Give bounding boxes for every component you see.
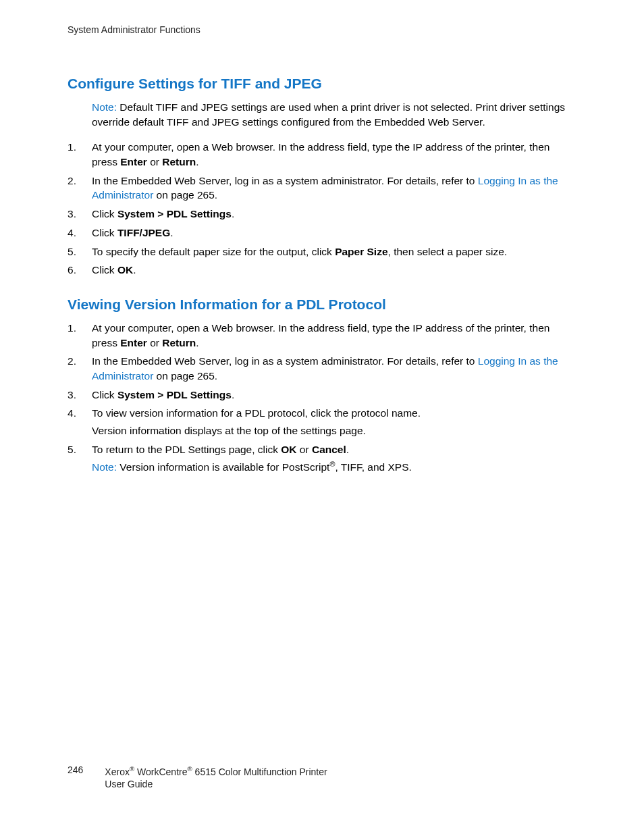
- step-text: .: [196, 156, 198, 167]
- note-text: Default TIFF and JPEG settings are used …: [92, 101, 565, 128]
- steps-list-b: At your computer, open a Web browser. In…: [68, 321, 576, 475]
- step-text: .: [170, 227, 173, 238]
- footer-text: User Guide: [105, 778, 327, 791]
- bold-term: System > PDL Settings: [117, 208, 232, 219]
- step-text: Click: [92, 389, 117, 400]
- bold-term: OK: [281, 444, 296, 455]
- bold-term: System > PDL Settings: [117, 389, 232, 400]
- step-text: .: [196, 337, 198, 348]
- note-block: Note: Version information is available f…: [92, 459, 576, 475]
- section-heading-configure-tiff-jpeg: Configure Settings for TIFF and JPEG: [68, 76, 576, 92]
- step-text: Click: [92, 264, 117, 276]
- step-item: To return to the PDL Settings page, clic…: [68, 442, 576, 475]
- step-text: To return to the PDL Settings page, clic…: [92, 444, 281, 455]
- step-text: To view version information for a PDL pr…: [92, 407, 421, 419]
- note-label: Note:: [92, 101, 117, 113]
- page-number: 246: [68, 764, 83, 775]
- step-text: or: [147, 156, 162, 167]
- step-text: .: [346, 444, 349, 455]
- note-label: Note:: [92, 462, 117, 473]
- step-text: Click: [92, 227, 117, 238]
- step-text: In the Embedded Web Server, log in as a …: [92, 355, 478, 367]
- step-item: To view version information for a PDL pr…: [68, 406, 576, 438]
- page-footer: 246 Xerox® WorkCentre® 6515 Color Multif…: [68, 764, 327, 791]
- steps-list-a: At your computer, open a Web browser. In…: [68, 140, 576, 278]
- bold-term: OK: [117, 264, 133, 276]
- step-text: .: [133, 264, 136, 276]
- note-block: Note: Default TIFF and JPEG settings are…: [92, 100, 576, 129]
- step-item: In the Embedded Web Server, log in as a …: [68, 354, 576, 383]
- step-item: Click System > PDL Settings.: [68, 388, 576, 402]
- footer-text: WorkCentre: [134, 766, 187, 777]
- step-text: on page 265.: [153, 370, 217, 382]
- step-item: At your computer, open a Web browser. In…: [68, 140, 576, 169]
- bold-term: Enter: [120, 337, 147, 348]
- footer-text: Xerox: [105, 766, 130, 777]
- bold-term: Return: [162, 337, 196, 348]
- step-text: .: [232, 208, 234, 219]
- note-text: , TIFF, and XPS.: [335, 462, 411, 473]
- step-text: or: [147, 337, 162, 348]
- step-item: In the Embedded Web Server, log in as a …: [68, 174, 576, 203]
- section-heading-viewing-version: Viewing Version Information for a PDL Pr…: [68, 296, 576, 313]
- bold-term: TIFF/JPEG: [117, 227, 170, 238]
- step-text: , then select a paper size.: [388, 246, 508, 257]
- step-text: In the Embedded Web Server, log in as a …: [92, 175, 478, 186]
- footer-text: 6515 Color Multifunction Printer: [192, 766, 327, 777]
- note-text: Version information is available for Pos…: [117, 462, 329, 473]
- step-item: Click OK.: [68, 263, 576, 278]
- step-text: on page 265.: [153, 189, 217, 201]
- bold-term: Paper Size: [335, 246, 387, 257]
- step-item: Click System > PDL Settings.: [68, 207, 576, 221]
- bold-term: Enter: [120, 156, 147, 167]
- registered-icon: ®: [187, 765, 192, 773]
- step-item: To specify the default paper size for th…: [68, 244, 576, 259]
- step-text: To specify the default paper size for th…: [92, 246, 335, 257]
- bold-term: Cancel: [312, 444, 346, 455]
- step-subtext: Version information displays at the top …: [92, 423, 576, 438]
- bold-term: Return: [162, 156, 196, 167]
- step-item: At your computer, open a Web browser. In…: [68, 321, 576, 350]
- step-text: or: [297, 444, 312, 455]
- step-item: Click TIFF/JPEG.: [68, 226, 576, 240]
- product-footer: Xerox® WorkCentre® 6515 Color Multifunct…: [105, 764, 327, 791]
- running-header: System Administrator Functions: [68, 24, 576, 35]
- step-text: Click: [92, 208, 117, 219]
- step-text: .: [232, 389, 234, 400]
